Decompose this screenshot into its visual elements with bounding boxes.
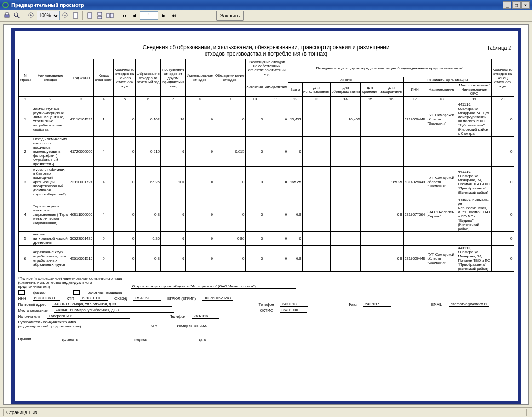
close-window-button[interactable]: × — [521, 1, 530, 9]
svg-point-2 — [14, 13, 18, 17]
search-icon[interactable] — [12, 11, 22, 20]
table-row: 5опилки натуральной чистой древесины3052… — [18, 232, 514, 246]
first-page-icon[interactable]: ⏮ — [120, 11, 129, 20]
prev-page-icon[interactable]: ◀ — [130, 11, 139, 20]
svg-rect-10 — [88, 13, 92, 18]
minimize-button[interactable]: _ — [503, 1, 511, 9]
zoom-in-icon[interactable] — [27, 11, 36, 20]
table-label: Таблица 2 — [487, 45, 511, 51]
data-table: N строки Наименование отходов Код ФККО К… — [18, 59, 514, 272]
toolbar: 100% ⏮ ◀ ▶ ⏭ Закрыть — [0, 10, 532, 22]
view-single-icon[interactable] — [85, 11, 94, 20]
report-page: Таблица 2 Сведения об образовании, испол… — [11, 28, 521, 405]
table-row: 6абразивные круги отработанные, лом отра… — [18, 246, 514, 272]
svg-rect-0 — [5, 15, 9, 17]
window-title: Предварительный просмотр — [11, 2, 84, 8]
svg-rect-1 — [6, 13, 8, 15]
svg-rect-14 — [110, 13, 113, 18]
next-page-icon[interactable]: ▶ — [159, 11, 168, 20]
main-area-checkbox[interactable] — [73, 290, 80, 295]
zoom-select[interactable]: 100% — [37, 11, 60, 20]
last-page-icon[interactable]: ⏭ — [169, 11, 178, 20]
content-area[interactable]: Таблица 2 Сведения об образовании, испол… — [3, 24, 529, 405]
svg-rect-11 — [98, 12, 102, 15]
view-continuous-icon[interactable] — [95, 11, 104, 20]
app-icon — [2, 2, 9, 8]
preview-window: Предварительный просмотр _ □ × 100% ⏮ ◀ … — [0, 0, 532, 417]
filial-checkbox[interactable] — [18, 290, 25, 295]
maximize-button[interactable]: □ — [512, 1, 521, 9]
status-page: Страница 1 из 1 — [3, 409, 95, 416]
table-row: 1лампы ртутные, ртутно-кварцевые, люмине… — [18, 102, 514, 137]
table-row: 4Тара из черных металлов загрязненная ( … — [18, 197, 514, 232]
report-title: Сведения об образовании, использовании, … — [18, 44, 514, 57]
page-input[interactable] — [140, 11, 158, 20]
fit-page-icon[interactable] — [71, 11, 80, 20]
table-row: 2Отходы химических составов и продуктов,… — [18, 137, 514, 167]
svg-rect-12 — [98, 16, 102, 19]
close-button[interactable]: Закрыть — [216, 11, 244, 21]
zoom-out-icon[interactable] — [61, 11, 70, 20]
view-facing-icon[interactable] — [105, 11, 114, 20]
table-row: 3мусор от офисных и бытовых помещений ор… — [18, 167, 514, 197]
svg-rect-9 — [73, 13, 78, 18]
print-icon[interactable] — [2, 11, 11, 20]
titlebar: Предварительный просмотр _ □ × — [0, 0, 532, 10]
svg-line-3 — [17, 16, 19, 18]
svg-rect-13 — [107, 13, 109, 18]
statusbar: Страница 1 из 1 — [0, 407, 532, 417]
footer-block: *Полное (и сокращенное) наименование юри… — [18, 276, 514, 341]
